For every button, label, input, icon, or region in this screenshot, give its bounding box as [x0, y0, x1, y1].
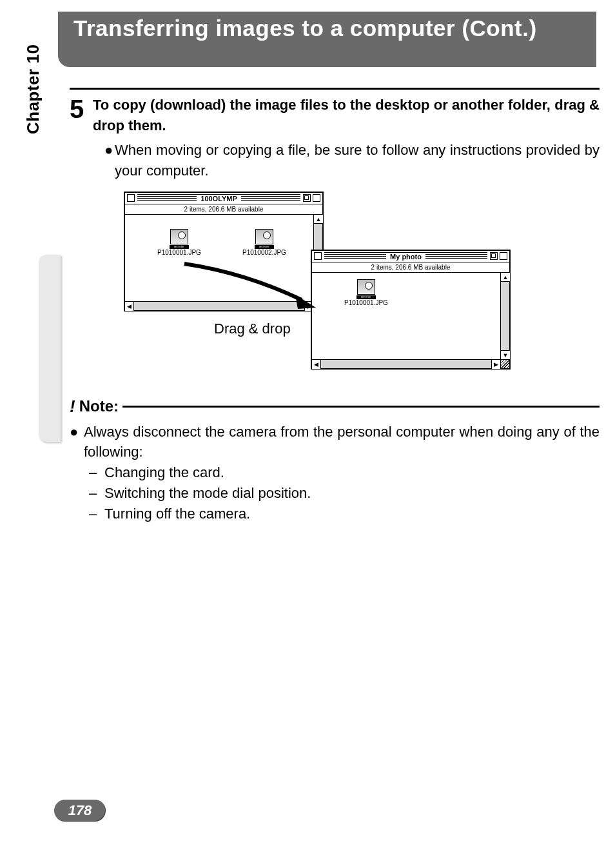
image-file-icon [170, 229, 188, 244]
top-rule [70, 88, 600, 90]
file-item: MOVIE P1010001.JPG [157, 229, 201, 256]
note-bullet: ● Always disconnect the camera from the … [70, 422, 600, 463]
scroll-down-icon: ▼ [501, 350, 510, 359]
image-file-icon [357, 279, 375, 295]
note-exclamation-icon: ! [70, 397, 75, 417]
svg-marker-0 [295, 295, 316, 309]
drag-drop-label: Drag & drop [214, 321, 291, 337]
zoom-icon [303, 194, 311, 202]
step-number: 5 [70, 95, 93, 122]
horizontal-scrollbar: ◀ ▶ [312, 359, 500, 368]
window-status: 2 items, 206.6 MB available [312, 262, 509, 273]
page-title: Transferring images to a computer (Cont.… [73, 17, 577, 41]
step-5: 5 To copy (download) the image files to … [70, 95, 600, 181]
note-bullet-text: Always disconnect the camera from the pe… [84, 422, 600, 463]
note-sub-item: – Turning off the camera. [89, 504, 600, 524]
note-rule [122, 406, 600, 408]
scroll-right-icon: ▶ [491, 360, 500, 369]
resize-corner-icon [500, 359, 509, 368]
scroll-up-icon: ▲ [501, 273, 510, 282]
file-name: P1010002.JPG [242, 249, 286, 256]
vertical-scrollbar: ▲ ▼ [500, 273, 509, 359]
step-instruction: To copy (download) the image files to th… [93, 95, 600, 136]
scroll-left-icon: ◀ [312, 360, 321, 369]
page-header-banner: Transferring images to a computer (Cont.… [58, 12, 596, 67]
window-status: 2 items, 206.6 MB available [125, 204, 322, 215]
close-icon [314, 252, 322, 260]
drag-arrow-icon [181, 260, 316, 314]
note-sub-text: Turning off the camera. [104, 504, 250, 524]
scroll-left-icon: ◀ [125, 302, 134, 311]
file-item: MOVIE P1010001.JPG [344, 279, 388, 306]
note-sub-item: – Switching the mode dial position. [89, 483, 600, 504]
note-section: ! Note: ● Always disconnect the camera f… [70, 397, 600, 524]
zoom-icon [490, 252, 498, 260]
note-sub-item: – Changing the card. [89, 462, 600, 483]
destination-window: My photo 2 items, 206.6 MB available ▲ ▼… [311, 250, 511, 370]
step-sub-bullet-text: When moving or copying a file, be sure t… [115, 140, 600, 181]
collapse-icon [500, 252, 507, 260]
note-sub-text: Changing the card. [104, 462, 224, 483]
file-name: P1010001.JPG [157, 249, 201, 256]
note-title: Note: [79, 397, 119, 415]
close-icon [127, 194, 135, 202]
chapter-label: Chapter 10 [23, 44, 43, 134]
window-title: My photo [386, 253, 425, 261]
note-sub-text: Switching the mode dial position. [104, 483, 311, 504]
step-sub-bullet: ● When moving or copying a file, be sure… [104, 140, 600, 181]
scroll-up-icon: ▲ [314, 215, 323, 224]
figure-drag-drop: 100OLYMP 2 items, 206.6 MB available ▲ ▼… [124, 192, 600, 379]
window-titlebar: My photo [312, 251, 509, 262]
window-title: 100OLYMP [197, 195, 240, 202]
image-file-icon [255, 229, 273, 244]
page-content: 5 To copy (download) the image files to … [70, 88, 600, 524]
chapter-side-tab [39, 255, 61, 442]
collapse-icon [313, 194, 320, 202]
page-number-badge: 178 [54, 800, 106, 822]
file-item: MOVIE P1010002.JPG [242, 229, 286, 256]
file-name: P1010001.JPG [344, 299, 388, 306]
window-titlebar: 100OLYMP [125, 193, 322, 204]
